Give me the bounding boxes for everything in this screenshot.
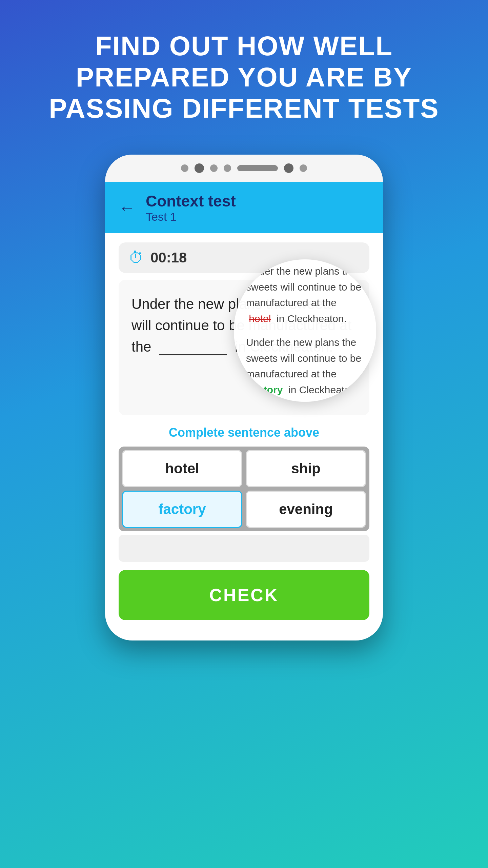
headline-line1: FIND OUT HOW WELL (49, 31, 439, 62)
headline-line3: PASSING DIFFERENT TESTS (49, 93, 439, 124)
options-grid: hotel ship factory evening (119, 447, 369, 531)
dot-4 (224, 164, 231, 172)
magnifier-correct-text: Under the new plans the sweets will cont… (246, 335, 364, 398)
app-header: ← Context test Test 1 (105, 182, 383, 233)
question-blank (159, 354, 227, 355)
back-button[interactable]: ← (119, 199, 136, 216)
dot-2 (195, 163, 204, 173)
phone-topbar (105, 155, 383, 182)
question-card: Under the new plans the sweets will cont… (119, 280, 369, 415)
dot-1 (181, 164, 188, 172)
option-ship[interactable]: ship (246, 450, 366, 487)
check-button[interactable]: CHECK (119, 570, 369, 620)
magnifier-wrong-text: Under the new plans the sweets will cont… (246, 263, 364, 327)
magnifier-correct-word: factory (249, 384, 283, 395)
magnifier-overlay: Under the new plans the sweets will cont… (234, 259, 376, 402)
headline-line2: PREPARED YOU ARE BY (49, 62, 439, 93)
magnifier-correct-after: in Cleckheaton. (288, 384, 359, 395)
option-factory[interactable]: factory (122, 491, 242, 528)
magnifier-correct-before: Under the new plans the sweets will cont… (246, 337, 361, 379)
headline: FIND OUT HOW WELL PREPARED YOU ARE BY PA… (22, 31, 466, 124)
magnifier-wrong-word: hotel (249, 313, 271, 324)
option-hotel[interactable]: hotel (122, 450, 242, 487)
dot-3 (210, 164, 218, 172)
phone-shell: ← Context test Test 1 ⏱ 00:18 Under the … (105, 155, 383, 640)
dot-6 (300, 164, 307, 172)
magnifier-wrong-after: in Cleckheaton. (277, 313, 347, 324)
timer-icon: ⏱ (129, 249, 144, 266)
complete-sentence-label: Complete sentence above (105, 426, 383, 440)
timer-value: 00:18 (150, 250, 187, 266)
header-title: Context test (146, 192, 236, 210)
top-pill (237, 165, 278, 171)
header-titles: Context test Test 1 (146, 192, 236, 223)
header-subtitle: Test 1 (146, 210, 236, 223)
blank-input-row (119, 535, 369, 562)
option-evening[interactable]: evening (246, 491, 366, 528)
dot-5 (284, 163, 293, 173)
